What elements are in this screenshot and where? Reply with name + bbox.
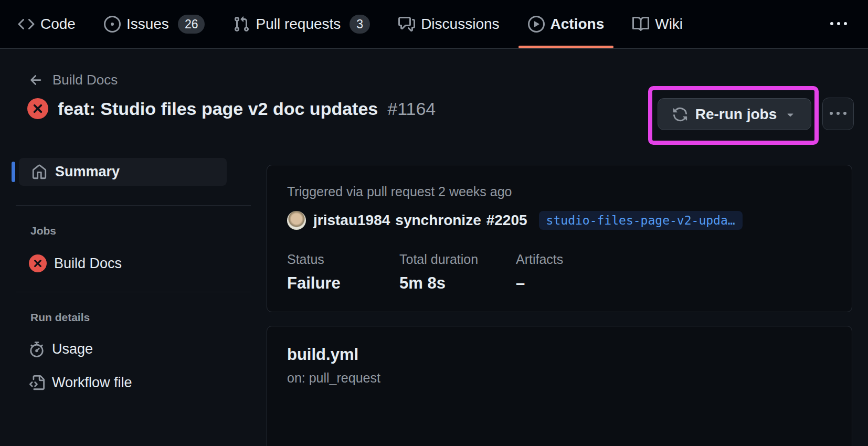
sidebar-divider (16, 205, 251, 206)
sync-icon (672, 107, 688, 122)
tab-pull-requests[interactable]: Pull requests 3 (231, 0, 372, 48)
run-stats-row: Status Failure Total duration 5m 8s Arti… (287, 252, 832, 293)
tab-label: Actions (551, 16, 605, 33)
job-label: Build Docs (54, 256, 122, 272)
sidebar-divider (16, 292, 251, 292)
stat-label: Status (287, 252, 399, 267)
tab-label: Pull requests (256, 16, 341, 33)
run-summary-card: Triggered via pull request 2 weeks ago j… (267, 165, 852, 312)
stat-artifacts: Artifacts – (516, 252, 563, 293)
sidebar-item-label: Usage (52, 341, 93, 357)
tab-label: Discussions (421, 16, 499, 33)
stat-total-duration: Total duration 5m 8s (399, 252, 516, 293)
git-pull-request-icon (233, 16, 250, 33)
tab-actions[interactable]: Actions (526, 0, 607, 48)
rerun-jobs-button[interactable]: Re-run jobs (658, 98, 811, 130)
issues-count-badge: 26 (178, 15, 205, 34)
run-number: #1164 (387, 99, 436, 119)
sidebar-jobs-header: Jobs (30, 225, 252, 237)
actor-event-line: jristau1984 synchronize #2205 (313, 212, 527, 229)
tab-label: Issues (126, 16, 169, 33)
sidebar-item-label: Workflow file (52, 375, 132, 391)
tab-label: Code (40, 16, 76, 33)
actor-login[interactable]: jristau1984 (313, 212, 390, 229)
triggered-text: Triggered via pull request 2 weeks ago (287, 184, 832, 199)
sidebar-summary-label: Summary (55, 164, 120, 180)
run-page-body: Summary Jobs Build Docs Run details Usag… (0, 158, 868, 446)
rerun-jobs-label: Re-run jobs (695, 106, 777, 123)
pull-requests-count-badge: 3 (350, 15, 370, 34)
tab-label: Wiki (655, 16, 683, 33)
failure-x-circle-icon (29, 254, 47, 272)
sidebar-item-usage[interactable]: Usage (29, 341, 93, 357)
file-code-icon (29, 375, 45, 391)
workflow-file-name: build.yml (287, 345, 832, 364)
repo-tab-nav: Code Issues 26 Pull requests 3 Discussio… (0, 0, 868, 49)
run-more-options-button[interactable] (822, 98, 854, 130)
tab-code[interactable]: Code (16, 0, 78, 48)
comment-discussion-icon (398, 16, 415, 33)
book-icon (632, 16, 649, 33)
stat-label: Artifacts (516, 252, 563, 267)
sidebar-item-summary[interactable]: Summary (19, 158, 227, 186)
breadcrumb-label: Build Docs (52, 72, 118, 88)
failure-x-circle-icon (27, 98, 48, 119)
run-title: feat: Studio files page v2 doc updates (58, 99, 378, 119)
sidebar-item-workflow-file[interactable]: Workflow file (29, 375, 132, 391)
branch-badge[interactable]: studio-files-page-v2-upda… (539, 211, 743, 230)
tab-discussions[interactable]: Discussions (396, 0, 501, 48)
sidebar-job-build-docs[interactable]: Build Docs (29, 254, 122, 272)
avatar[interactable] (287, 211, 306, 230)
kebab-horizontal-icon (830, 105, 846, 122)
stat-label: Total duration (399, 252, 516, 267)
triangle-down-icon (784, 108, 797, 121)
play-circle-icon (528, 16, 545, 33)
stopwatch-icon (29, 342, 45, 357)
run-main-content: Triggered via pull request 2 weeks ago j… (267, 158, 852, 446)
stat-status: Status Failure (287, 252, 399, 293)
tab-issues[interactable]: Issues 26 (102, 0, 207, 48)
workflow-file-card: build.yml on: pull_request (267, 326, 852, 446)
kebab-horizontal-icon (830, 16, 847, 33)
event-name: synchronize (395, 212, 481, 229)
sidebar-run-details-header: Run details (30, 311, 252, 324)
nav-overflow-menu-button[interactable] (825, 10, 852, 38)
run-sidebar: Summary Jobs Build Docs Run details Usag… (16, 158, 252, 446)
home-icon (31, 164, 47, 180)
code-icon (18, 16, 35, 33)
arrow-left-icon (28, 72, 44, 88)
tab-wiki[interactable]: Wiki (630, 0, 685, 48)
commit-number[interactable]: #2205 (486, 212, 527, 229)
actor-row: jristau1984 synchronize #2205 studio-fil… (287, 211, 832, 230)
stat-value: – (516, 274, 563, 293)
issue-opened-icon (104, 16, 121, 33)
breadcrumb-back-link[interactable]: Build Docs (28, 72, 118, 88)
workflow-trigger: on: pull_request (287, 370, 832, 386)
stat-value: Failure (287, 274, 399, 293)
stat-value: 5m 8s (399, 274, 516, 293)
